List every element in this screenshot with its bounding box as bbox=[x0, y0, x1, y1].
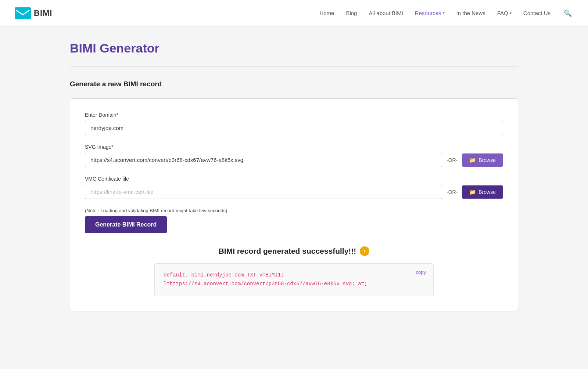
svg-group: SVG Image* -OR- 📁 Browse bbox=[85, 144, 503, 167]
logo-text: BIMI bbox=[34, 8, 52, 18]
search-icon: 🔍 bbox=[564, 10, 572, 17]
nav-resources[interactable]: Resources ▾ bbox=[415, 10, 445, 16]
domain-input[interactable] bbox=[85, 121, 503, 135]
svg-input-row: -OR- 📁 Browse bbox=[85, 153, 503, 167]
vmc-group: VMC Certificate file -OR- 📁 Browse bbox=[85, 176, 503, 199]
nav-faq[interactable]: FAQ ▾ bbox=[497, 10, 512, 16]
vmc-input[interactable] bbox=[85, 185, 442, 199]
logo-icon bbox=[15, 7, 31, 19]
vmc-label: VMC Certificate file bbox=[85, 176, 503, 182]
section-title: Generate a new BIMI record bbox=[70, 80, 518, 88]
svg-input[interactable] bbox=[85, 153, 442, 167]
header: BIMI Home Blog All about BIMI Resources … bbox=[0, 0, 588, 26]
result-box: copy default._bimi.nerdyjoe.com TXT v=BI… bbox=[154, 263, 434, 296]
result-code: default._bimi.nerdyjoe.com TXT v=BIMI1; … bbox=[164, 271, 424, 289]
copy-link[interactable]: copy bbox=[416, 269, 426, 275]
nav-contact-us[interactable]: Contact Us bbox=[523, 10, 551, 16]
resources-chevron-icon: ▾ bbox=[443, 11, 445, 15]
form-card: Enter Domain* SVG Image* -OR- 📁 Browse V… bbox=[70, 98, 518, 311]
success-title: BIMI record generated successfully!!! ! bbox=[219, 246, 370, 256]
nav-home[interactable]: Home bbox=[319, 10, 334, 16]
nav-in-the-news[interactable]: In the News bbox=[456, 10, 485, 16]
generate-button[interactable]: Generate BIMI Record bbox=[85, 216, 167, 233]
page-content: BIMI Generator Generate a new BIMI recor… bbox=[48, 26, 540, 341]
svg-rect-0 bbox=[15, 7, 31, 19]
main-nav: Home Blog All about BIMI Resources ▾ In … bbox=[319, 8, 573, 19]
domain-group: Enter Domain* bbox=[85, 112, 503, 135]
faq-chevron-icon: ▾ bbox=[510, 11, 512, 15]
page-title: BIMI Generator bbox=[70, 41, 518, 55]
divider bbox=[70, 66, 518, 67]
nav-all-about-bimi[interactable]: All about BIMI bbox=[369, 10, 403, 16]
vmc-browse-button[interactable]: 📁 Browse bbox=[462, 185, 503, 199]
success-area: BIMI record generated successfully!!! ! … bbox=[85, 246, 503, 296]
svg-label: SVG Image* bbox=[85, 144, 503, 150]
note-text: (Note : Loading and validating BIMI reco… bbox=[85, 208, 503, 213]
logo-link[interactable]: BIMI bbox=[15, 7, 52, 19]
svg-or-label: -OR- bbox=[447, 157, 458, 163]
vmc-input-row: -OR- 📁 Browse bbox=[85, 185, 503, 199]
vmc-or-label: -OR- bbox=[447, 189, 458, 195]
svg-browse-button[interactable]: 📁 Browse bbox=[462, 153, 503, 167]
success-icon: ! bbox=[360, 246, 369, 256]
search-button[interactable]: 🔍 bbox=[562, 8, 573, 19]
folder-icon: 📁 bbox=[469, 157, 476, 163]
vmc-folder-icon: 📁 bbox=[469, 189, 476, 195]
domain-label: Enter Domain* bbox=[85, 112, 503, 118]
nav-blog[interactable]: Blog bbox=[346, 10, 357, 16]
